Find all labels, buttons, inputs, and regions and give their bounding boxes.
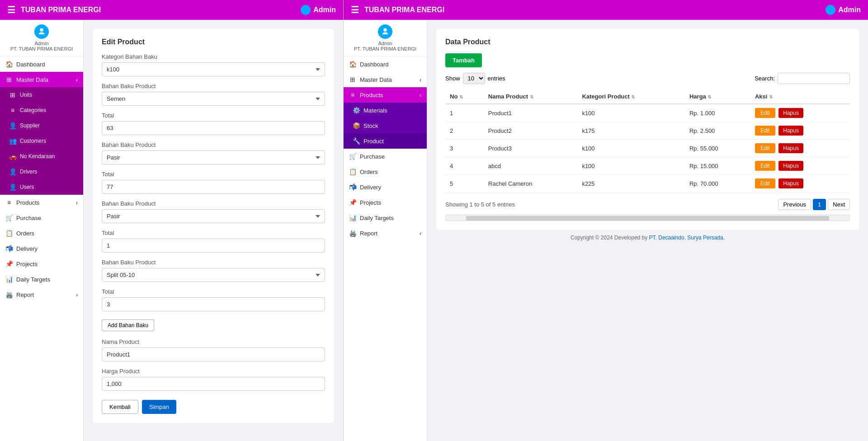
right-sidebar-item-materials[interactable]: ⚙️ Materials xyxy=(344,103,427,118)
cell-aksi: Edit Hapus xyxy=(750,122,850,140)
sidebar-products-label: Products xyxy=(16,199,39,206)
right-sidebar-stock-label: Stock xyxy=(363,122,378,129)
bahan-baku-select-4[interactable]: Split 05-10 xyxy=(102,268,325,282)
table-footer: Showing 1 to 5 of 5 entries Previous 1 N… xyxy=(445,199,850,210)
search-input[interactable] xyxy=(778,73,850,84)
total-input-4[interactable] xyxy=(102,297,325,311)
right-sidebar-item-report[interactable]: 🖨️ Report ‹ xyxy=(344,225,427,241)
sidebar-item-no-kendaraan[interactable]: 🚗 No Kendaraan xyxy=(0,149,83,164)
sidebar-item-orders[interactable]: 📋 Orders xyxy=(0,225,83,241)
total-input-3[interactable] xyxy=(102,239,325,253)
total-group-1: Total xyxy=(102,112,325,135)
sidebar-item-projects[interactable]: 📌 Projects xyxy=(0,256,83,272)
copyright-link[interactable]: PT. Decaaindo. Surya Persada. xyxy=(649,235,725,241)
previous-button[interactable]: Previous xyxy=(778,199,811,210)
right-sidebar-item-delivery[interactable]: 📬 Delivery xyxy=(344,179,427,195)
copyright-text: Copyright © 2024 Developed by xyxy=(571,235,649,241)
edit-button[interactable]: Edit xyxy=(755,178,775,188)
cell-nama: abcd xyxy=(484,157,578,175)
left-hamburger-icon[interactable]: ☰ xyxy=(7,5,15,15)
show-entries-area: Show 10 25 50 entries xyxy=(445,73,505,84)
kategori-bahan-baku-select[interactable]: k100 xyxy=(102,62,325,76)
harga-product-input[interactable] xyxy=(102,377,325,391)
page-1-button[interactable]: 1 xyxy=(813,199,826,210)
sidebar-item-dashboard[interactable]: 🏠 Dashboard xyxy=(0,56,83,72)
right-sidebar-item-product-sub[interactable]: 🔧 Product xyxy=(344,133,427,149)
total-group-4: Total xyxy=(102,288,325,311)
sidebar-item-units[interactable]: ⊞ Units xyxy=(0,87,83,103)
show-entries-select[interactable]: 10 25 50 xyxy=(463,73,485,84)
add-bahan-baku-button[interactable]: Add Bahan Baku xyxy=(102,319,154,331)
sidebar-item-users[interactable]: 👤 Users xyxy=(0,179,83,195)
edit-button[interactable]: Edit xyxy=(755,161,775,171)
right-sidebar-item-stock[interactable]: 📦 Stock xyxy=(344,118,427,133)
left-admin-label: Admin xyxy=(313,6,336,14)
data-product-title: Data Product xyxy=(445,38,850,46)
sidebar-item-purchase[interactable]: 🛒 Purchase xyxy=(0,210,83,225)
right-sidebar-product-sub-label: Product xyxy=(363,138,384,145)
pagination: Previous 1 Next xyxy=(778,199,850,210)
edit-button[interactable]: Edit xyxy=(755,108,775,118)
sidebar-item-products[interactable]: ≡ Products › xyxy=(0,195,83,210)
sidebar-projects-label: Projects xyxy=(16,261,38,267)
left-topbar: ☰ TUBAN PRIMA ENERGI Admin xyxy=(0,0,343,20)
sidebar-item-customers[interactable]: 👥 Customers xyxy=(0,133,83,149)
nama-product-input[interactable] xyxy=(102,347,325,361)
right-sidebar-sub: ≡ Products ‹ ⚙️ Materials 📦 Stock 🔧 Prod… xyxy=(344,87,427,149)
right-sidebar-item-projects[interactable]: 📌 Projects xyxy=(344,195,427,210)
cell-harga: Rp. 55.000 xyxy=(685,140,750,157)
sidebar-item-drivers[interactable]: 👤 Drivers xyxy=(0,164,83,179)
right-sidebar-orders-label: Orders xyxy=(360,169,378,175)
right-sidebar: Admin PT. TUBAN PRIMA ENERGI 🏠 Dashboard… xyxy=(344,20,427,441)
right-sidebar-delivery-label: Delivery xyxy=(360,184,381,191)
cell-no: 1 xyxy=(445,104,484,122)
cell-nama: Product1 xyxy=(484,104,578,122)
sidebar-item-report[interactable]: 🖨️ Report › xyxy=(0,287,83,302)
sidebar-item-supplier[interactable]: 👤 Supplier xyxy=(0,118,83,133)
hapus-button[interactable]: Hapus xyxy=(778,178,803,188)
bahan-baku-label-4: Bahan Baku Product xyxy=(102,259,325,266)
right-hamburger-icon[interactable]: ☰ xyxy=(351,5,359,15)
sidebar-item-daily-targets[interactable]: 📊 Daily Targets xyxy=(0,272,83,287)
sidebar-item-categories[interactable]: ≡ Categories xyxy=(0,103,83,118)
right-materials-icon: ⚙️ xyxy=(353,107,360,114)
right-sidebar-item-orders[interactable]: 📋 Orders xyxy=(344,164,427,179)
right-sidebar-master-data-label: Master Data xyxy=(360,76,392,83)
cell-harga: Rp. 15.000 xyxy=(685,157,750,175)
left-drop-icon xyxy=(301,5,311,15)
right-sidebar-item-daily-targets[interactable]: 📊 Daily Targets xyxy=(344,210,427,225)
edit-button[interactable]: Edit xyxy=(755,126,775,136)
bahan-baku-select-2[interactable]: Pasir xyxy=(102,150,325,164)
right-sidebar-item-purchase[interactable]: 🛒 Purchase xyxy=(344,149,427,164)
bahan-baku-select-3[interactable]: Pasir xyxy=(102,209,325,223)
left-user-role: Admin xyxy=(3,41,80,46)
sidebar-units-label: Units xyxy=(20,92,32,98)
right-sidebar-item-master-data[interactable]: ⊞ Master Data ‹ xyxy=(344,72,427,87)
cell-no: 2 xyxy=(445,122,484,140)
right-sidebar-report-label: Report xyxy=(360,230,377,237)
edit-button[interactable]: Edit xyxy=(755,143,775,153)
right-report-icon: 🖨️ xyxy=(349,230,356,237)
right-user-role: Admin xyxy=(346,41,424,46)
right-sidebar-item-dashboard[interactable]: 🏠 Dashboard xyxy=(344,56,427,72)
simpan-button[interactable]: Simpan xyxy=(142,400,176,414)
hapus-button[interactable]: Hapus xyxy=(778,143,803,153)
right-drop-icon xyxy=(826,5,835,15)
right-sidebar-products-label: Products xyxy=(360,92,383,99)
sidebar-item-master-data[interactable]: ⊞ Master Data ‹ xyxy=(0,72,83,87)
total-input-2[interactable] xyxy=(102,180,325,194)
total-group-2: Total xyxy=(102,171,325,194)
right-sidebar-item-products[interactable]: ≡ Products ‹ xyxy=(344,87,427,103)
tambah-button[interactable]: Tambah xyxy=(445,53,482,67)
left-admin-area: Admin xyxy=(301,5,336,15)
right-products-chevron: ‹ xyxy=(420,92,421,99)
sidebar-delivery-label: Delivery xyxy=(16,245,38,252)
hapus-button[interactable]: Hapus xyxy=(778,161,803,171)
total-input-1[interactable] xyxy=(102,121,325,135)
hapus-button[interactable]: Hapus xyxy=(778,126,803,136)
next-button[interactable]: Next xyxy=(828,199,850,210)
sidebar-item-delivery[interactable]: 📬 Delivery xyxy=(0,241,83,256)
hapus-button[interactable]: Hapus xyxy=(778,108,803,118)
kembali-button[interactable]: Kembali xyxy=(102,400,138,414)
bahan-baku-select-1[interactable]: Semen xyxy=(102,92,325,106)
